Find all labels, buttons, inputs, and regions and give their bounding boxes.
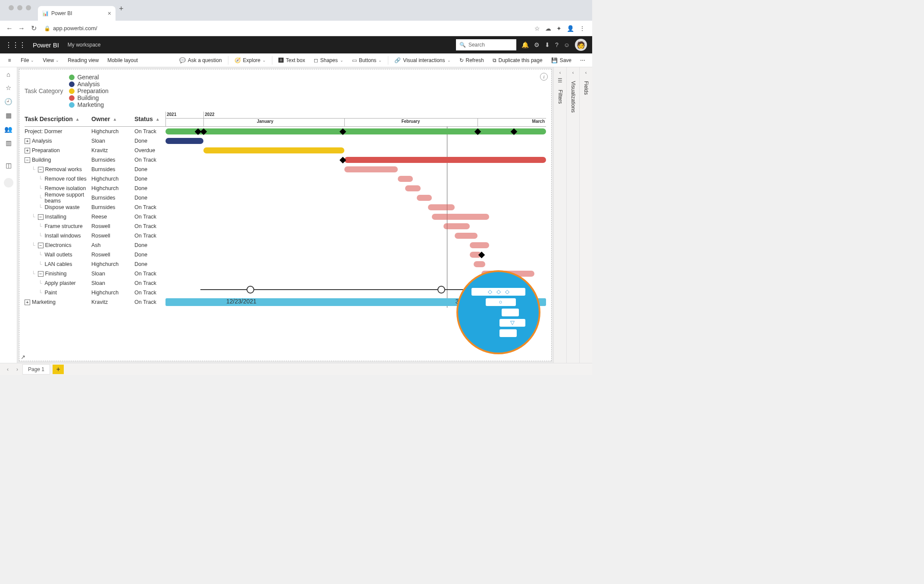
extensions-icon[interactable]: ✦ [556, 25, 562, 32]
popout-icon[interactable]: ↗ [21, 354, 25, 360]
traffic-light-close[interactable] [9, 5, 14, 10]
profile-icon[interactable]: 👤 [567, 25, 574, 32]
star-icon[interactable]: ☆ [534, 25, 540, 32]
gantt-bar[interactable] [344, 166, 398, 172]
reload-button[interactable]: ↻ [28, 24, 40, 32]
app-launcher-icon[interactable]: ⋮⋮⋮ [5, 41, 26, 49]
gantt-row[interactable]: └−Electronics Ash Done [25, 240, 546, 250]
buttons-button[interactable]: ▭Buttons⌄ [348, 57, 387, 63]
chevron-left-icon[interactable]: ‹ [585, 70, 587, 75]
tree-toggle[interactable]: − [38, 243, 44, 248]
legend-item[interactable]: Building [69, 94, 108, 101]
gantt-row[interactable]: └Remove roof tiles Highchurch Done [25, 174, 546, 184]
gantt-bar[interactable] [428, 204, 455, 210]
favorites-icon[interactable]: ☆ [6, 84, 11, 92]
ask-question-button[interactable]: 💬Ask a question [175, 57, 226, 63]
info-icon[interactable]: i [540, 73, 548, 81]
avatar[interactable]: 🧑 [575, 39, 587, 51]
refresh-button[interactable]: ↻Refresh [455, 57, 488, 63]
download-icon[interactable]: ⬇ [545, 41, 550, 48]
page-prev-button[interactable]: ‹ [3, 366, 12, 372]
file-menu[interactable]: File⌄ [16, 57, 38, 63]
visualizations-pane[interactable]: ‹ Visualizations [566, 67, 579, 363]
textbox-button[interactable]: 🅰Text box [274, 57, 309, 63]
workspace-name[interactable]: My workspace [68, 42, 101, 48]
home-icon[interactable]: ⌂ [6, 71, 10, 78]
url-text[interactable]: app.powerbi.com/ [53, 25, 97, 31]
search-input[interactable]: 🔍 Search [456, 39, 516, 50]
tree-toggle[interactable]: + [25, 138, 30, 144]
tree-toggle[interactable]: + [25, 148, 30, 153]
tree-toggle[interactable]: − [38, 167, 44, 172]
gantt-bar[interactable] [443, 223, 470, 229]
view-menu[interactable]: View⌄ [38, 57, 63, 63]
new-tab-button[interactable]: + [119, 4, 124, 17]
fields-pane[interactable]: ‹ Fields [579, 67, 592, 363]
page-next-button[interactable]: › [13, 366, 22, 372]
kebab-icon[interactable]: ⋮ [579, 25, 585, 32]
close-icon[interactable]: × [108, 10, 111, 17]
tree-toggle[interactable]: − [25, 157, 30, 163]
gantt-row[interactable]: +Analysis Sloan Done [25, 136, 546, 146]
gantt-row[interactable]: └Remove isolation Highchurch Done [25, 184, 546, 193]
shapes-button[interactable]: ◻Shapes⌄ [309, 57, 348, 63]
mobile-layout-button[interactable]: Mobile layout [103, 57, 142, 63]
cloud-icon[interactable]: ☁ [545, 25, 551, 32]
visual-interactions-button[interactable]: 🔗Visual interactions⌄ [390, 57, 455, 63]
hamburger-icon[interactable]: ≡ [3, 57, 16, 63]
gantt-bar[interactable] [432, 214, 489, 220]
workspaces-icon[interactable]: ▥ [6, 139, 12, 147]
feedback-icon[interactable]: ☺ [564, 41, 570, 48]
gantt-bar[interactable] [398, 176, 413, 182]
notifications-icon[interactable]: 🔔 [521, 41, 529, 48]
legend-item[interactable]: Marketing [69, 101, 108, 108]
report-canvas[interactable]: i Task Category GeneralAnalysisPreparati… [19, 69, 552, 361]
filters-pane[interactable]: ‹ ☰ Filters [553, 67, 566, 363]
shared-icon[interactable]: 👥 [4, 125, 12, 133]
tree-toggle[interactable]: − [38, 214, 44, 220]
page-tab[interactable]: Page 1 [22, 364, 50, 375]
gantt-bar[interactable] [344, 157, 546, 163]
gantt-row[interactable]: Project: Dormer Highchurch On Track [25, 127, 546, 136]
explore-button[interactable]: 🧭Explore⌄ [230, 57, 271, 63]
gantt-row[interactable]: └−Removal works Burnsides Done [25, 165, 546, 174]
forward-button[interactable]: → [16, 25, 28, 32]
gantt-bar[interactable] [203, 147, 344, 153]
traffic-light-max[interactable] [26, 5, 31, 10]
gantt-bar[interactable] [405, 185, 420, 191]
gantt-row[interactable]: └−Installing Reese On Track [25, 212, 546, 222]
gantt-row[interactable]: └Frame structure Roswell On Track [25, 222, 546, 231]
legend-item[interactable]: General [69, 74, 108, 81]
col-header-task[interactable]: Task Description▲ [25, 112, 91, 126]
browser-tab[interactable]: 📊 Power BI × [38, 6, 116, 21]
slider-handle-end[interactable] [437, 286, 445, 294]
gantt-bar[interactable] [165, 138, 203, 144]
save-button[interactable]: 💾Save [547, 57, 576, 63]
add-page-button[interactable]: + [53, 365, 64, 374]
gantt-bar[interactable] [474, 261, 485, 267]
user-avatar-icon[interactable] [4, 178, 13, 187]
col-header-owner[interactable]: Owner▲ [91, 112, 134, 126]
more-icon[interactable]: ⋯ [576, 57, 590, 63]
gantt-row[interactable]: └Wall outlets Roswell Done [25, 250, 546, 259]
tree-toggle[interactable]: + [25, 300, 30, 305]
gantt-row[interactable]: └−Finishing Sloan On Track [25, 269, 546, 278]
reading-view-button[interactable]: Reading view [63, 57, 103, 63]
settings-icon[interactable]: ⚙ [534, 41, 540, 48]
col-header-status[interactable]: Status▲ [134, 112, 165, 126]
gantt-row[interactable]: └Install windows Roswell On Track [25, 231, 546, 240]
gantt-bar[interactable] [417, 195, 432, 201]
apps-icon[interactable]: ▦ [6, 112, 12, 119]
slider-handle-start[interactable] [247, 286, 254, 294]
traffic-light-min[interactable] [17, 5, 22, 10]
gantt-row[interactable]: +Preparation Kravitz Overdue [25, 146, 546, 155]
legend-item[interactable]: Analysis [69, 81, 108, 87]
chevron-left-icon[interactable]: ‹ [559, 70, 561, 75]
gantt-row[interactable]: └Remove support beams Burnsides Done [25, 193, 546, 203]
back-button[interactable]: ← [3, 25, 16, 32]
duplicate-page-button[interactable]: ⧉Duplicate this page [488, 57, 547, 63]
gantt-bar[interactable] [165, 128, 546, 134]
gantt-bar[interactable] [455, 233, 478, 239]
gantt-bar[interactable] [470, 242, 489, 248]
tree-toggle[interactable]: − [38, 271, 44, 277]
